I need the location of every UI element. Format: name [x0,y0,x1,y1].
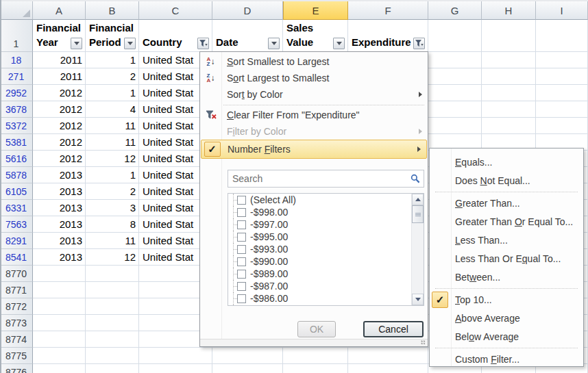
column-header-D[interactable]: D [212,1,283,20]
cell-A-8773[interactable] [33,315,86,331]
cell-B-3678[interactable]: 4 [86,101,139,118]
row-header-8773[interactable]: 8773 [0,315,33,331]
checkbox-990-00[interactable] [237,257,246,266]
row-header-8771[interactable]: 8771 [0,282,33,298]
cell-I-2952[interactable] [536,85,588,101]
submenu-item-between[interactable]: Between... [430,268,583,286]
ok-button[interactable]: OK [297,321,336,337]
checkbox-987-00[interactable] [237,282,246,291]
filter-value-987-00[interactable]: -$987.00 [228,280,424,292]
column-header-E[interactable]: E [283,1,348,20]
row-header-8772[interactable]: 8772 [0,298,33,315]
cell-B-5372[interactable]: 11 [86,118,139,134]
checkbox-select-all[interactable] [237,196,246,205]
row-header-7563[interactable]: 7563 [0,216,33,233]
submenu-item-custom-filter[interactable]: Custom Filter... [430,350,583,368]
row-header-8541[interactable]: 8541 [0,249,33,266]
row-header-6331[interactable]: 6331 [0,200,33,216]
cell-I-18[interactable] [536,52,588,68]
cancel-button[interactable]: Cancel [363,321,424,337]
row-header-8291[interactable]: 8291 [0,233,33,249]
header-cell-B[interactable]: FinancialPeriod [86,20,139,52]
cell-B-8776[interactable] [86,364,139,373]
row-header-8775[interactable]: 8775 [0,348,33,364]
menu-item-clear-filter-from-expenditure[interactable]: Clear Filter From "Expenditure" [200,107,428,123]
row-header-5878[interactable]: 5878 [0,167,33,183]
filter-value-990-00[interactable]: -$990.00 [228,255,424,268]
cell-E-8775[interactable] [283,348,348,364]
submenu-item-greater-than[interactable]: Greater Than... [430,194,583,212]
cell-B-7563[interactable]: 8 [86,216,139,233]
cell-A-3678[interactable]: 2012 [33,101,86,118]
cell-B-5878[interactable]: 1 [86,167,139,183]
cell-F-8775[interactable] [348,348,428,364]
menu-item-filter-by-color[interactable]: Filter by Color [200,123,428,140]
cell-B-8772[interactable] [86,298,139,315]
menu-item-sort-largest-to-smallest[interactable]: ZA↓Sort Largest to Smallest [200,70,428,86]
filter-value-995-00[interactable]: -$995.00 [228,231,424,243]
cell-A-8774[interactable] [33,331,86,348]
cell-G-2952[interactable] [428,85,482,101]
cell-A-271[interactable]: 2011 [33,68,86,85]
column-header-I[interactable]: I [536,1,588,20]
cell-C-8775[interactable] [139,348,212,364]
cell-B-6105[interactable]: 2 [86,183,139,200]
filter-value-select-all[interactable]: (Select All) [228,194,424,206]
submenu-item-top-10[interactable]: ✓Top 10... [430,290,583,309]
submenu-item-does-not-equal[interactable]: Does Not Equal... [430,171,583,190]
cell-D-8775[interactable] [212,348,283,364]
header-cell-A[interactable]: FinancialYear [33,20,86,52]
cell-F-8776[interactable] [348,364,428,373]
menu-item-number-filters[interactable]: ✓Number Filters [201,140,427,159]
checkbox-997-00[interactable] [237,220,246,229]
checkbox-998-00[interactable] [237,208,246,217]
select-all-corner[interactable] [0,1,33,20]
cell-H-2952[interactable] [482,85,536,101]
cell-A-8541[interactable]: 2013 [33,249,86,266]
header-cell-E[interactable]: SalesValue [283,20,348,52]
cell-A-8770[interactable] [33,266,86,282]
cell-B-8541[interactable]: 12 [86,249,139,266]
cell-I-3678[interactable] [536,101,588,118]
cell-A-5381[interactable]: 2012 [33,134,86,151]
filter-dropdown-button-B[interactable] [124,38,136,49]
row-header-271[interactable]: 271 [0,68,33,85]
cell-B-8291[interactable]: 11 [86,233,139,249]
filter-dropdown-button-D[interactable] [268,38,280,49]
submenu-item-less-than-or-equal-to[interactable]: Less Than Or Equal To... [430,249,583,268]
row-header-8774[interactable]: 8774 [0,331,33,348]
cell-H-5372[interactable] [482,118,536,134]
row-header-8776[interactable]: 8776 [0,364,33,373]
column-header-A[interactable]: A [33,1,86,20]
filter-value-993-00[interactable]: -$993.00 [228,243,424,255]
row-header-5381[interactable]: 5381 [0,134,33,151]
cell-I-5372[interactable] [536,118,588,134]
checkbox-986-00[interactable] [237,294,246,303]
search-input[interactable] [228,170,424,187]
row-header-18[interactable]: 18 [0,52,33,68]
cell-B-8775[interactable] [86,348,139,364]
cell-D-8776[interactable] [212,364,283,373]
cell-A-18[interactable]: 2011 [33,52,86,68]
row-header-5372[interactable]: 5372 [0,118,33,134]
scroll-down-button[interactable] [412,294,424,305]
cell-B-5381[interactable]: 11 [86,134,139,151]
cell-A-2952[interactable]: 2012 [33,85,86,101]
column-header-G[interactable]: G [428,1,482,20]
checkbox-989-00[interactable] [237,270,246,279]
submenu-item-less-than[interactable]: Less Than... [430,231,583,249]
row-header-8770[interactable]: 8770 [0,266,33,282]
cell-B-18[interactable]: 1 [86,52,139,68]
row-header-1[interactable]: 1 [0,20,33,52]
filter-value-partial[interactable] [228,305,424,306]
checkbox-993-00[interactable] [237,245,246,254]
scroll-up-button[interactable] [412,194,424,205]
cell-G-18[interactable] [428,52,482,68]
submenu-item-below-average[interactable]: Below Average [430,327,583,346]
row-header-2952[interactable]: 2952 [0,85,33,101]
cell-B-2952[interactable]: 1 [86,85,139,101]
row-header-3678[interactable]: 3678 [0,101,33,118]
cell-B-8770[interactable] [86,266,139,282]
submenu-item-above-average[interactable]: Above Average [430,309,583,327]
cell-B-271[interactable]: 2 [86,68,139,85]
